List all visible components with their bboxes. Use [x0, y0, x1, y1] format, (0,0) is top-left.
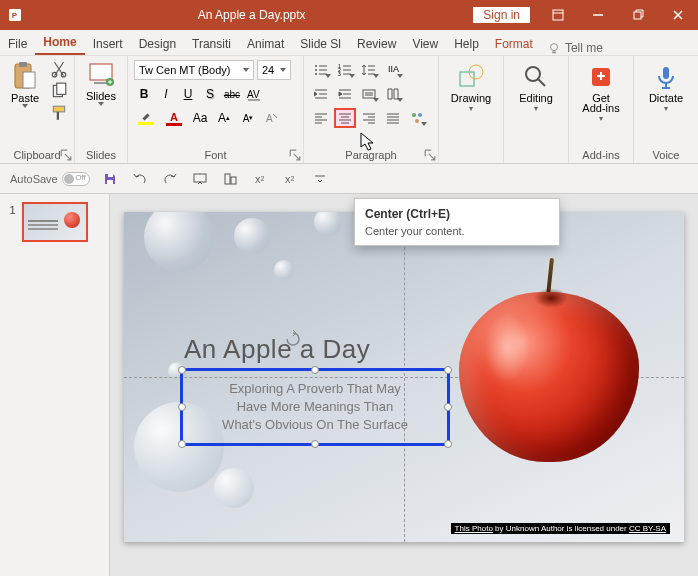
- shadow-button[interactable]: S: [200, 84, 220, 104]
- numbering-button[interactable]: 123: [334, 60, 356, 80]
- resize-handle[interactable]: [311, 440, 319, 448]
- ribbon-options-icon[interactable]: [538, 0, 578, 30]
- underline-button[interactable]: U: [178, 84, 198, 104]
- slide-number: 1: [10, 204, 16, 216]
- app-icon: P: [0, 7, 30, 23]
- italic-button[interactable]: I: [156, 84, 176, 104]
- svg-point-9: [61, 72, 66, 77]
- dictate-button[interactable]: Dictate ▾: [640, 60, 692, 113]
- group-voice: Dictate ▾ Voice: [634, 56, 698, 163]
- svg-rect-7: [23, 72, 35, 88]
- image-attribution[interactable]: This Photo by Unknown Author is licensed…: [451, 523, 670, 534]
- align-center-button[interactable]: [334, 108, 356, 128]
- sign-in-button[interactable]: Sign in: [473, 7, 530, 23]
- resize-handle[interactable]: [178, 403, 186, 411]
- close-icon[interactable]: [658, 0, 698, 30]
- redo-button[interactable]: [160, 169, 180, 189]
- smartart-button[interactable]: [406, 108, 428, 128]
- apple-image[interactable]: [454, 262, 644, 462]
- tab-help[interactable]: Help: [446, 33, 487, 55]
- cut-icon[interactable]: [50, 60, 68, 78]
- font-color-button[interactable]: A: [162, 109, 186, 127]
- thumbnail-apple-icon: [64, 212, 80, 228]
- resize-handle[interactable]: [178, 366, 186, 374]
- slide[interactable]: An Apple a Day Exploring A Proverb That …: [124, 212, 684, 542]
- justify-button[interactable]: [382, 108, 404, 128]
- dialog-launcher-icon[interactable]: [424, 149, 436, 161]
- svg-rect-25: [363, 90, 375, 98]
- restore-icon[interactable]: [618, 0, 658, 30]
- tab-view[interactable]: View: [404, 33, 446, 55]
- tab-file[interactable]: File: [0, 33, 35, 55]
- resize-handle[interactable]: [178, 440, 186, 448]
- undo-button[interactable]: [130, 169, 150, 189]
- subtitle-textbox[interactable]: Exploring A Proverb That May Have More M…: [180, 368, 450, 446]
- slide-title[interactable]: An Apple a Day: [184, 334, 370, 365]
- tab-design[interactable]: Design: [131, 33, 184, 55]
- superscript-button[interactable]: x2: [250, 169, 270, 189]
- subtitle-content[interactable]: Exploring A Proverb That May Have More M…: [183, 371, 447, 443]
- tooltip-body: Center your content.: [365, 225, 549, 237]
- strikethrough-button[interactable]: abc: [222, 84, 242, 104]
- paste-button[interactable]: Paste: [6, 60, 44, 122]
- change-case-button[interactable]: Aa: [190, 108, 210, 128]
- tab-animations[interactable]: Animat: [239, 33, 292, 55]
- slide-thumbnail-1[interactable]: 1: [22, 202, 88, 242]
- get-addins-button[interactable]: Get Add-ins ▾: [575, 60, 627, 123]
- tab-format[interactable]: Format: [487, 33, 541, 55]
- resize-handle[interactable]: [311, 366, 319, 374]
- decrease-indent-button[interactable]: [310, 84, 332, 104]
- line-spacing-button[interactable]: [358, 60, 380, 80]
- highlight-button[interactable]: [134, 109, 158, 127]
- copy-icon[interactable]: [50, 82, 68, 100]
- bulb-icon: [547, 41, 561, 55]
- rotate-handle-icon[interactable]: [284, 330, 302, 348]
- svg-point-28: [415, 119, 419, 123]
- present-button[interactable]: [190, 169, 210, 189]
- resize-handle[interactable]: [444, 403, 452, 411]
- apple-body: [459, 292, 639, 462]
- svg-rect-34: [600, 72, 602, 80]
- tab-home[interactable]: Home: [35, 31, 84, 55]
- qat-more-button[interactable]: [310, 169, 330, 189]
- slide-canvas-area[interactable]: An Apple a Day Exploring A Proverb That …: [110, 194, 698, 576]
- slides-button[interactable]: Slides: [81, 60, 121, 106]
- columns-button[interactable]: [382, 84, 404, 104]
- drawing-button[interactable]: Drawing ▾: [445, 60, 497, 113]
- autosave-toggle[interactable]: AutoSave Off: [10, 172, 90, 186]
- shrink-font-button[interactable]: A▾: [238, 108, 258, 128]
- char-spacing-button[interactable]: AV: [244, 84, 264, 104]
- editing-button[interactable]: Editing ▾: [510, 60, 562, 113]
- bold-button[interactable]: B: [134, 84, 154, 104]
- tab-slideshow[interactable]: Slide Sl: [292, 33, 349, 55]
- save-button[interactable]: [100, 169, 120, 189]
- grow-font-button[interactable]: A▴: [214, 108, 234, 128]
- text-direction-button[interactable]: IIA: [382, 60, 404, 80]
- tell-me[interactable]: Tell me: [547, 41, 603, 55]
- bullets-button[interactable]: [310, 60, 332, 80]
- align-text-button[interactable]: [358, 84, 380, 104]
- tab-insert[interactable]: Insert: [85, 33, 131, 55]
- font-name-dropdown[interactable]: Tw Cen MT (Body): [134, 60, 254, 80]
- chevron-down-icon: [243, 68, 249, 72]
- resize-handle[interactable]: [444, 366, 452, 374]
- tooltip-title: Center (Ctrl+E): [365, 207, 549, 221]
- font-size-dropdown[interactable]: 24: [257, 60, 291, 80]
- clear-formatting-button[interactable]: A: [262, 108, 282, 128]
- group-addins: Get Add-ins ▾ Add-ins: [569, 56, 634, 163]
- tab-transitions[interactable]: Transiti: [184, 33, 239, 55]
- svg-rect-36: [107, 180, 113, 184]
- group-label: Slides: [81, 147, 121, 161]
- align-objects-button[interactable]: [220, 169, 240, 189]
- align-left-button[interactable]: [310, 108, 332, 128]
- increase-indent-button[interactable]: [334, 84, 356, 104]
- tab-review[interactable]: Review: [349, 33, 404, 55]
- dialog-launcher-icon[interactable]: [289, 149, 301, 161]
- resize-handle[interactable]: [444, 440, 452, 448]
- slide-thumbnails-panel: 1: [0, 194, 110, 576]
- minimize-icon[interactable]: [578, 0, 618, 30]
- format-painter-icon[interactable]: [50, 104, 68, 122]
- dialog-launcher-icon[interactable]: [60, 149, 72, 161]
- subscript-button[interactable]: x2: [280, 169, 300, 189]
- align-right-button[interactable]: [358, 108, 380, 128]
